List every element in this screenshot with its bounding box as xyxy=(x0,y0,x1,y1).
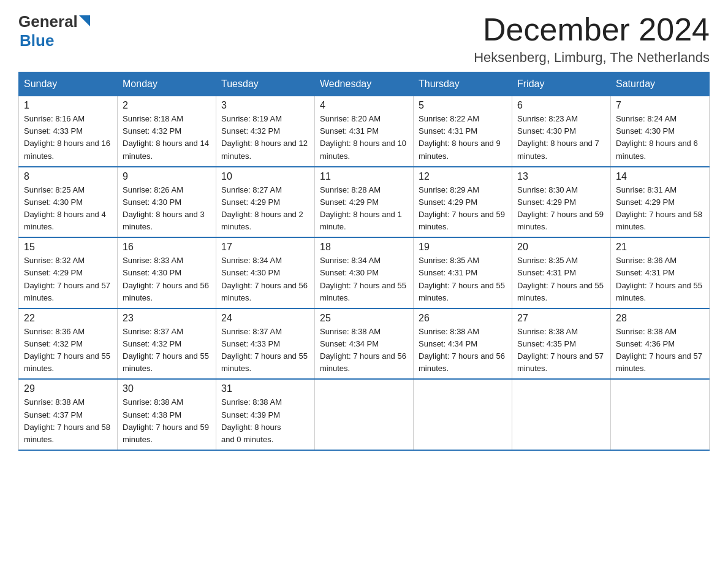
day-info: Sunrise: 8:38 AMSunset: 4:35 PMDaylight:… xyxy=(517,326,605,375)
header-day-tuesday: Tuesday xyxy=(216,72,315,96)
header-day-saturday: Saturday xyxy=(611,72,710,96)
day-number: 12 xyxy=(419,171,507,182)
day-cell: 14Sunrise: 8:31 AMSunset: 4:29 PMDayligh… xyxy=(611,167,710,238)
day-cell: 7Sunrise: 8:24 AMSunset: 4:30 PMDaylight… xyxy=(611,96,710,167)
day-number: 1 xyxy=(24,100,112,111)
day-info: Sunrise: 8:19 AMSunset: 4:32 PMDaylight:… xyxy=(221,113,309,163)
day-info: Sunrise: 8:36 AMSunset: 4:32 PMDaylight:… xyxy=(24,326,112,375)
day-cell: 10Sunrise: 8:27 AMSunset: 4:29 PMDayligh… xyxy=(216,167,315,238)
day-cell: 15Sunrise: 8:32 AMSunset: 4:29 PMDayligh… xyxy=(19,237,118,308)
day-info: Sunrise: 8:36 AMSunset: 4:31 PMDaylight:… xyxy=(616,255,704,304)
calendar-table: SundayMondayTuesdayWednesdayThursdayFrid… xyxy=(18,72,710,451)
day-info: Sunrise: 8:30 AMSunset: 4:29 PMDaylight:… xyxy=(517,184,605,234)
day-cell: 25Sunrise: 8:38 AMSunset: 4:34 PMDayligh… xyxy=(315,308,414,380)
day-number: 29 xyxy=(24,383,112,394)
day-cell: 12Sunrise: 8:29 AMSunset: 4:29 PMDayligh… xyxy=(414,167,512,238)
logo-blue-text: Blue xyxy=(20,31,54,50)
day-info: Sunrise: 8:16 AMSunset: 4:33 PMDaylight:… xyxy=(24,113,112,163)
day-number: 6 xyxy=(517,100,605,111)
svg-marker-0 xyxy=(79,15,90,26)
day-number: 5 xyxy=(419,100,507,111)
week-row-3: 15Sunrise: 8:32 AMSunset: 4:29 PMDayligh… xyxy=(19,237,710,308)
day-info: Sunrise: 8:32 AMSunset: 4:29 PMDaylight:… xyxy=(24,255,112,304)
day-cell: 26Sunrise: 8:38 AMSunset: 4:34 PMDayligh… xyxy=(414,308,512,380)
day-number: 21 xyxy=(616,242,704,253)
day-cell: 19Sunrise: 8:35 AMSunset: 4:31 PMDayligh… xyxy=(414,237,512,308)
day-number: 7 xyxy=(616,100,704,111)
title-area: December 2024 Heksenberg, Limburg, The N… xyxy=(474,12,710,66)
day-info: Sunrise: 8:38 AMSunset: 4:37 PMDaylight:… xyxy=(24,396,112,446)
day-info: Sunrise: 8:28 AMSunset: 4:29 PMDaylight:… xyxy=(320,184,408,234)
day-info: Sunrise: 8:24 AMSunset: 4:30 PMDaylight:… xyxy=(616,113,704,163)
week-row-4: 22Sunrise: 8:36 AMSunset: 4:32 PMDayligh… xyxy=(19,308,710,380)
day-number: 26 xyxy=(419,313,507,324)
logo-triangle-icon xyxy=(79,15,90,29)
location-title: Heksenberg, Limburg, The Netherlands xyxy=(474,50,710,66)
day-cell xyxy=(315,379,414,450)
header-day-wednesday: Wednesday xyxy=(315,72,414,96)
day-number: 24 xyxy=(221,313,309,324)
day-number: 22 xyxy=(24,313,112,324)
day-cell: 28Sunrise: 8:38 AMSunset: 4:36 PMDayligh… xyxy=(611,308,710,380)
day-cell: 17Sunrise: 8:34 AMSunset: 4:30 PMDayligh… xyxy=(216,237,315,308)
day-cell: 23Sunrise: 8:37 AMSunset: 4:32 PMDayligh… xyxy=(118,308,216,380)
day-number: 23 xyxy=(123,313,211,324)
day-cell: 9Sunrise: 8:26 AMSunset: 4:30 PMDaylight… xyxy=(118,167,216,238)
day-cell: 20Sunrise: 8:35 AMSunset: 4:31 PMDayligh… xyxy=(512,237,611,308)
header-day-monday: Monday xyxy=(118,72,216,96)
day-cell: 22Sunrise: 8:36 AMSunset: 4:32 PMDayligh… xyxy=(19,308,118,380)
calendar-body: 1Sunrise: 8:16 AMSunset: 4:33 PMDaylight… xyxy=(19,96,710,450)
day-cell: 13Sunrise: 8:30 AMSunset: 4:29 PMDayligh… xyxy=(512,167,611,238)
header-day-sunday: Sunday xyxy=(19,72,118,96)
day-info: Sunrise: 8:18 AMSunset: 4:32 PMDaylight:… xyxy=(123,113,211,163)
day-number: 20 xyxy=(517,242,605,253)
day-cell: 29Sunrise: 8:38 AMSunset: 4:37 PMDayligh… xyxy=(19,379,118,450)
day-number: 28 xyxy=(616,313,704,324)
day-cell: 4Sunrise: 8:20 AMSunset: 4:31 PMDaylight… xyxy=(315,96,414,167)
day-cell: 16Sunrise: 8:33 AMSunset: 4:30 PMDayligh… xyxy=(118,237,216,308)
day-cell: 3Sunrise: 8:19 AMSunset: 4:32 PMDaylight… xyxy=(216,96,315,167)
day-info: Sunrise: 8:27 AMSunset: 4:29 PMDaylight:… xyxy=(221,184,309,234)
day-number: 4 xyxy=(320,100,408,111)
logo-general-text: General xyxy=(18,12,78,31)
day-info: Sunrise: 8:37 AMSunset: 4:33 PMDaylight:… xyxy=(221,326,309,375)
day-number: 27 xyxy=(517,313,605,324)
logo: General Blue xyxy=(18,12,90,50)
day-info: Sunrise: 8:37 AMSunset: 4:32 PMDaylight:… xyxy=(123,326,211,375)
day-number: 9 xyxy=(123,171,211,182)
day-cell: 21Sunrise: 8:36 AMSunset: 4:31 PMDayligh… xyxy=(611,237,710,308)
day-info: Sunrise: 8:22 AMSunset: 4:31 PMDaylight:… xyxy=(419,113,507,163)
day-info: Sunrise: 8:23 AMSunset: 4:30 PMDaylight:… xyxy=(517,113,605,163)
day-cell: 27Sunrise: 8:38 AMSunset: 4:35 PMDayligh… xyxy=(512,308,611,380)
day-cell: 1Sunrise: 8:16 AMSunset: 4:33 PMDaylight… xyxy=(19,96,118,167)
day-number: 18 xyxy=(320,242,408,253)
day-cell: 31Sunrise: 8:38 AMSunset: 4:39 PMDayligh… xyxy=(216,379,315,450)
day-cell: 11Sunrise: 8:28 AMSunset: 4:29 PMDayligh… xyxy=(315,167,414,238)
day-info: Sunrise: 8:20 AMSunset: 4:31 PMDaylight:… xyxy=(320,113,408,163)
week-row-1: 1Sunrise: 8:16 AMSunset: 4:33 PMDaylight… xyxy=(19,96,710,167)
day-info: Sunrise: 8:38 AMSunset: 4:39 PMDaylight:… xyxy=(221,396,309,446)
day-info: Sunrise: 8:35 AMSunset: 4:31 PMDaylight:… xyxy=(517,255,605,304)
day-info: Sunrise: 8:35 AMSunset: 4:31 PMDaylight:… xyxy=(419,255,507,304)
day-number: 31 xyxy=(221,383,309,394)
day-cell: 24Sunrise: 8:37 AMSunset: 4:33 PMDayligh… xyxy=(216,308,315,380)
day-number: 3 xyxy=(221,100,309,111)
day-number: 10 xyxy=(221,171,309,182)
page-header: General Blue December 2024 Heksenberg, L… xyxy=(18,12,710,66)
header-day-friday: Friday xyxy=(512,72,611,96)
day-cell xyxy=(414,379,512,450)
day-number: 15 xyxy=(24,242,112,253)
day-number: 14 xyxy=(616,171,704,182)
day-number: 30 xyxy=(123,383,211,394)
day-cell: 8Sunrise: 8:25 AMSunset: 4:30 PMDaylight… xyxy=(19,167,118,238)
day-info: Sunrise: 8:38 AMSunset: 4:34 PMDaylight:… xyxy=(320,326,408,375)
day-number: 16 xyxy=(123,242,211,253)
week-row-5: 29Sunrise: 8:38 AMSunset: 4:37 PMDayligh… xyxy=(19,379,710,450)
month-title: December 2024 xyxy=(474,12,710,47)
header-day-thursday: Thursday xyxy=(414,72,512,96)
week-row-2: 8Sunrise: 8:25 AMSunset: 4:30 PMDaylight… xyxy=(19,167,710,238)
day-number: 2 xyxy=(123,100,211,111)
day-info: Sunrise: 8:31 AMSunset: 4:29 PMDaylight:… xyxy=(616,184,704,234)
calendar-header: SundayMondayTuesdayWednesdayThursdayFrid… xyxy=(19,72,710,96)
day-info: Sunrise: 8:34 AMSunset: 4:30 PMDaylight:… xyxy=(221,255,309,304)
